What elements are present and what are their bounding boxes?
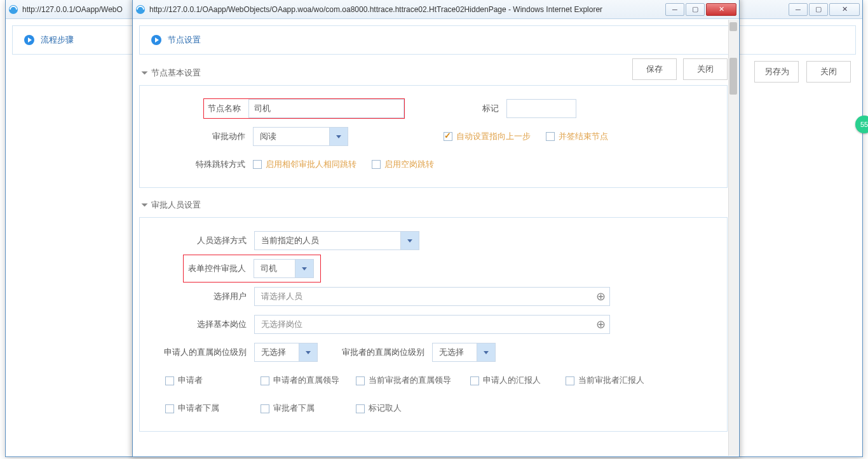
bullet-icon: [24, 35, 34, 45]
current-approver-reporter-checkbox[interactable]: [566, 376, 574, 385]
applicant-sub-checkbox[interactable]: [165, 404, 174, 413]
chevron-down-icon[interactable]: [400, 231, 419, 250]
form-approver-select[interactable]: 司机: [254, 259, 314, 278]
dialog-panel-title: 节点设置: [168, 34, 201, 46]
maximize-button[interactable]: ▢: [809, 3, 828, 16]
row-select-mode: 人员选择方式 当前指定的人员: [146, 227, 721, 255]
parent-toolbar: 另存为 关闭: [754, 61, 851, 83]
current-approver-leader-checkbox[interactable]: [356, 376, 365, 385]
form-approver-highlight: 表单控件审批人 司机: [183, 255, 321, 283]
marker-check-label: 标记取人: [369, 403, 402, 413]
end-node-checkbox[interactable]: [546, 132, 555, 141]
section-basic-title: 节点基本设置: [139, 56, 728, 85]
current-approver-leader-check-label: 当前审批者的直属领导: [369, 375, 451, 385]
select-mode-select[interactable]: 当前指定的人员: [254, 231, 419, 250]
parent-panel-title: 流程步骤: [41, 34, 74, 46]
section-basic-label: 节点基本设置: [151, 68, 201, 77]
dialog-url: http://127.0.0.1/OAapp/WebObjects/OAapp.…: [149, 5, 664, 14]
form-approver-label: 表单控件审批人: [184, 263, 254, 274]
caret-icon: [142, 204, 148, 207]
row-form-approver: 表单控件审批人 司机: [146, 255, 721, 283]
applicant-leader-checkbox[interactable]: [261, 376, 269, 385]
chevron-down-icon[interactable]: [477, 343, 496, 362]
jump-empty-label: 启用空岗跳转: [384, 159, 434, 170]
applicant-leader-check-label: 申请者的直属领导: [273, 375, 339, 385]
section-people-title: 审批人员设置: [139, 188, 728, 217]
applicant-reporter-checkbox[interactable]: [470, 376, 479, 385]
dialog-window-buttons: ─ ▢ ✕: [664, 3, 736, 16]
select-user-picker[interactable]: 请选择人员 ⊕: [254, 287, 610, 306]
select-mode-value: 当前指定的人员: [254, 231, 400, 250]
marker-checkbox[interactable]: [356, 404, 365, 413]
applicant-rank-label: 申请人的直属岗位级别: [146, 347, 254, 358]
current-approver-reporter-check-label: 当前审批者汇报人: [578, 375, 644, 385]
row-select-post: 选择基本岗位 无选择岗位 ⊕: [146, 310, 721, 338]
close-window-button[interactable]: ✕: [706, 3, 736, 16]
node-name-input[interactable]: [248, 99, 404, 118]
approver-rank-label: 审批者的直属岗位级别: [318, 347, 432, 358]
row-node-name: 节点名称 标记: [146, 95, 721, 123]
side-badge[interactable]: 55: [855, 116, 868, 133]
section-people-label: 审批人员设置: [151, 200, 201, 210]
minimize-button[interactable]: ─: [789, 3, 808, 16]
approver-rank-value: 无选择: [432, 343, 477, 362]
approver-rank-select[interactable]: 无选择: [432, 343, 496, 362]
row-checks-2: 申请者下属 审批者下属 标记取人: [146, 394, 721, 422]
applicant-reporter-check-label: 申请人的汇报人: [483, 375, 541, 385]
applicant-check-label: 申请者: [178, 375, 203, 385]
approve-action-select[interactable]: 阅读: [253, 127, 348, 146]
parent-close-button[interactable]: 关闭: [806, 61, 851, 83]
scroll-thumb[interactable]: [729, 58, 737, 95]
row-approve-action: 审批动作 阅读 自动设置指向上一步 并签结束节点: [146, 123, 721, 150]
chevron-down-icon[interactable]: [299, 343, 318, 362]
caret-icon: [142, 72, 148, 75]
select-mode-label: 人员选择方式: [146, 235, 254, 246]
close-window-button[interactable]: ✕: [829, 3, 860, 16]
row-jump: 特殊跳转方式 启用相邻审批人相同跳转 启用空岗跳转: [146, 150, 721, 178]
chevron-down-icon[interactable]: [295, 259, 314, 278]
section-basic-box: 节点名称 标记 审批动作 阅读 自动设置指向上一步 并签结束节点 特殊跳转: [139, 85, 728, 188]
dialog-panel-header: 节点设置: [139, 25, 733, 55]
select-post-label: 选择基本岗位: [146, 319, 254, 330]
row-ranks: 申请人的直属岗位级别 无选择 审批者的直属岗位级别 无选择: [146, 338, 721, 366]
auto-prev-label: 自动设置指向上一步: [456, 131, 531, 142]
form-approver-value: 司机: [254, 259, 295, 278]
row-checks-1: 申请者 申请者的直属领导 当前审批者的直属领导 申请人的汇报人 当前审批者汇报人: [146, 366, 721, 394]
mark-label: 标记: [443, 103, 506, 114]
select-user-placeholder: 请选择人员: [255, 291, 592, 302]
auto-prev-checkbox[interactable]: [444, 132, 452, 141]
save-as-button[interactable]: 另存为: [754, 61, 799, 83]
applicant-rank-select[interactable]: 无选择: [254, 343, 318, 362]
jump-adjacent-checkbox[interactable]: [253, 160, 262, 169]
dialog-window: http://127.0.0.1/OAapp/WebObjects/OAapp.…: [132, 0, 740, 457]
maximize-button[interactable]: ▢: [686, 3, 705, 16]
approve-action-label: 审批动作: [146, 131, 253, 142]
scroll-up-arrow[interactable]: [729, 22, 737, 31]
applicant-sub-check-label: 申请者下属: [178, 403, 219, 413]
mark-input[interactable]: [506, 99, 576, 118]
dialog-titlebar: http://127.0.0.1/OAapp/WebObjects/OAapp.…: [133, 0, 739, 19]
plus-icon[interactable]: ⊕: [592, 288, 609, 305]
approver-sub-check-label: 审批者下属: [273, 403, 315, 413]
select-post-picker[interactable]: 无选择岗位 ⊕: [254, 315, 610, 334]
form-scroll-area: 节点基本设置 节点名称 标记 审批动作 阅读 自动设置指向上一步: [139, 56, 728, 450]
plus-icon[interactable]: ⊕: [592, 316, 609, 333]
jump-adjacent-label: 启用相邻审批人相同跳转: [266, 159, 356, 170]
minimize-button[interactable]: ─: [665, 3, 684, 16]
applicant-checkbox[interactable]: [165, 376, 174, 385]
ie-icon: [135, 4, 146, 15]
select-post-placeholder: 无选择岗位: [255, 319, 592, 330]
jump-label: 特殊跳转方式: [146, 159, 253, 170]
scrollbar[interactable]: [728, 20, 738, 456]
select-user-label: 选择用户: [146, 291, 254, 302]
end-node-label: 并签结束节点: [559, 131, 608, 142]
node-name-highlight: 节点名称: [203, 98, 405, 119]
approver-sub-checkbox[interactable]: [261, 404, 269, 413]
jump-empty-checkbox[interactable]: [372, 160, 381, 169]
parent-window-buttons: ─ ▢ ✕: [787, 3, 860, 16]
node-name-label: 节点名称: [204, 103, 248, 114]
chevron-down-icon[interactable]: [329, 127, 348, 146]
row-select-user: 选择用户 请选择人员 ⊕: [146, 283, 721, 310]
approve-action-value: 阅读: [253, 127, 329, 146]
bullet-icon: [151, 35, 161, 45]
